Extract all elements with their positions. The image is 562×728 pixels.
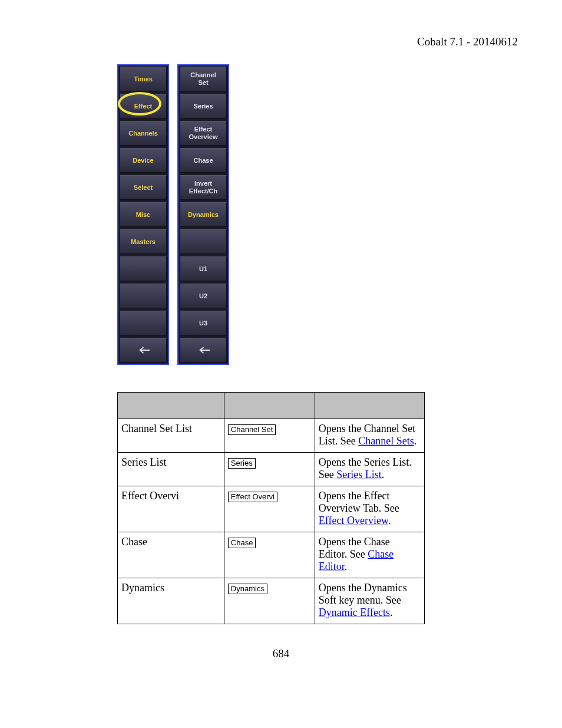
softkey-button[interactable]: Select bbox=[120, 175, 167, 200]
doc-link[interactable]: Chase Editor bbox=[319, 548, 394, 572]
table-header-3 bbox=[315, 393, 424, 419]
key-label: Dynamics bbox=[228, 584, 267, 594]
row-description: Opens the Effect Overview Tab. See Effec… bbox=[315, 486, 424, 532]
row-description: Opens the Dynamics Soft key menu. See Dy… bbox=[315, 578, 424, 624]
softkey-label: Channel Set bbox=[190, 71, 216, 86]
softkey-button[interactable]: Masters bbox=[120, 229, 167, 254]
key-label: Series bbox=[228, 458, 256, 469]
key-label: Chase bbox=[228, 538, 256, 548]
softkey-label: U3 bbox=[199, 319, 207, 327]
softkey-button[interactable]: Chase bbox=[180, 148, 227, 173]
softkey-label: Dynamics bbox=[188, 211, 219, 219]
softkey-label: Effect Overview bbox=[189, 126, 218, 140]
softkey-button[interactable]: Series bbox=[180, 94, 227, 118]
back-arrow-button[interactable] bbox=[180, 338, 227, 363]
softkey-button[interactable]: Channels bbox=[120, 121, 167, 146]
softkey-label: Select bbox=[134, 184, 153, 192]
softkey-label: Chase bbox=[193, 157, 213, 164]
back-arrow-button[interactable] bbox=[120, 338, 167, 363]
key-label: Channel Set bbox=[228, 424, 276, 435]
row-key: Dynamics bbox=[224, 578, 315, 624]
softkey-button[interactable]: U2 bbox=[180, 284, 227, 308]
softkey-label: Effect bbox=[134, 103, 153, 110]
softkey-button[interactable]: Device bbox=[120, 148, 167, 173]
softkey-label: Invert Effect/Ch bbox=[189, 180, 217, 195]
softkey-button[interactable] bbox=[120, 284, 167, 308]
softkey-label: U1 bbox=[199, 265, 207, 273]
softkey-label: Misc bbox=[136, 211, 150, 219]
table-header-row bbox=[118, 393, 425, 419]
page-number: 684 bbox=[0, 647, 562, 660]
row-name: Chase bbox=[118, 532, 224, 578]
row-key: Effect Overvi bbox=[224, 486, 315, 532]
left-softkey-column: TimesEffectChannelsDeviceSelectMiscMaste… bbox=[117, 64, 169, 365]
softkey-button[interactable]: Invert Effect/Ch bbox=[180, 175, 227, 200]
softkey-button[interactable]: U1 bbox=[180, 256, 227, 281]
table-row: ChaseChaseOpens the Chase Editor. See Ch… bbox=[118, 532, 425, 578]
table-header-2 bbox=[224, 393, 315, 419]
row-description: Opens the Series List. See Series List. bbox=[315, 453, 424, 486]
table-row: DynamicsDynamicsOpens the Dynamics Soft … bbox=[118, 578, 425, 624]
row-key: Channel Set bbox=[224, 419, 315, 453]
doc-link[interactable]: Channel Sets bbox=[358, 435, 414, 447]
row-key: Chase bbox=[224, 532, 315, 578]
softkey-button[interactable]: Effect Overview bbox=[180, 121, 227, 146]
softkey-button[interactable] bbox=[120, 311, 167, 335]
softkey-button[interactable]: U3 bbox=[180, 311, 227, 335]
row-description: Opens the Chase Editor. See Chase Editor… bbox=[315, 532, 424, 578]
row-name: Dynamics bbox=[118, 578, 224, 624]
row-description: Opens the Channel Set List. See Channel … bbox=[315, 419, 424, 453]
row-name: Channel Set List bbox=[118, 419, 224, 453]
right-softkey-column: Channel SetSeriesEffect OverviewChaseInv… bbox=[177, 64, 229, 365]
softkey-button[interactable] bbox=[180, 229, 227, 254]
softkey-button[interactable]: Effect bbox=[120, 94, 167, 118]
softkey-button[interactable]: Channel Set bbox=[180, 67, 227, 91]
doc-link[interactable]: Effect Overview bbox=[319, 515, 388, 526]
softkey-label: Channels bbox=[128, 130, 158, 137]
row-name: Series List bbox=[118, 453, 224, 486]
softkey-table: Channel Set ListChannel SetOpens the Cha… bbox=[117, 392, 425, 624]
doc-link[interactable]: Dynamic Effects bbox=[319, 607, 390, 618]
softkey-button[interactable] bbox=[120, 256, 167, 281]
softkey-button[interactable]: Misc bbox=[120, 202, 167, 227]
row-key: Series bbox=[224, 453, 315, 486]
table-row: Channel Set ListChannel SetOpens the Cha… bbox=[118, 419, 425, 453]
softkey-label: Masters bbox=[131, 238, 156, 246]
row-name: Effect Overvi bbox=[118, 486, 224, 532]
table-row: Effect OverviEffect OverviOpens the Effe… bbox=[118, 486, 425, 532]
softkey-button[interactable]: Dynamics bbox=[180, 202, 227, 227]
softkey-label: Times bbox=[134, 75, 153, 83]
table-header-1 bbox=[118, 393, 224, 419]
softkey-panels: TimesEffectChannelsDeviceSelectMiscMaste… bbox=[117, 64, 229, 365]
softkey-label: Series bbox=[193, 103, 213, 110]
key-label: Effect Overvi bbox=[228, 492, 277, 502]
softkey-label: U2 bbox=[199, 292, 207, 300]
doc-link[interactable]: Series List bbox=[336, 469, 382, 480]
table-row: Series ListSeriesOpens the Series List. … bbox=[118, 453, 425, 486]
softkey-button[interactable]: Times bbox=[120, 67, 167, 91]
softkey-label: Device bbox=[133, 157, 153, 164]
page-header: Cobalt 7.1 - 20140612 bbox=[417, 35, 518, 48]
